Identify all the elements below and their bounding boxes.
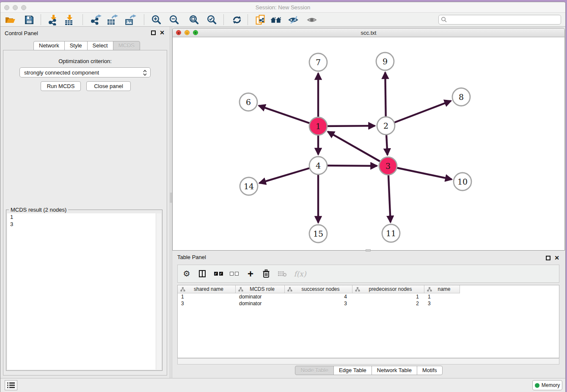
close-table-panel-icon[interactable]: ✕ [554, 256, 559, 260]
run-mcds-button[interactable]: Run MCDS [41, 81, 81, 91]
graph-node-2[interactable]: 2 [377, 117, 395, 135]
open-session-button[interactable] [4, 14, 16, 25]
close-panel-icon[interactable]: ✕ [160, 30, 165, 35]
network-window-title: scc.txt [173, 28, 564, 37]
open-folder-icon [5, 15, 16, 25]
table-cell[interactable]: 1 [352, 293, 424, 300]
dropdown-stepper-icon [143, 69, 147, 76]
table-cell[interactable]: 3 [178, 300, 236, 307]
tab-network[interactable]: Network [33, 41, 65, 50]
optimization-dropdown[interactable]: strongly connected component [19, 67, 151, 77]
network-resize-grip[interactable] [366, 249, 371, 251]
edge-3-10[interactable] [388, 166, 452, 179]
table-cell[interactable]: 3 [285, 300, 352, 307]
toolbar-separator [41, 14, 41, 25]
tab-edge-table[interactable]: Edge Table [333, 366, 372, 375]
show-panels-button[interactable] [306, 14, 318, 25]
plus-icon: + [248, 270, 253, 278]
hide-panels-button[interactable] [288, 14, 299, 25]
optimization-dropdown-value: strongly connected component [24, 69, 99, 76]
export-image-icon [125, 14, 136, 25]
edge-3-1[interactable] [328, 132, 388, 166]
svg-text:15: 15 [313, 229, 323, 238]
splitter-grip[interactable] [170, 193, 172, 203]
column-header-shared-name[interactable]: shared name [178, 285, 236, 293]
table-body: 1dominator4113dominator323 [178, 293, 559, 307]
toolbar-separator [248, 14, 248, 25]
select-all-button[interactable]: ✓✓ [212, 265, 225, 282]
column-header-successor-nodes[interactable]: successor nodes [285, 285, 352, 293]
float-table-panel-icon[interactable] [546, 256, 550, 260]
show-columns-button[interactable] [196, 265, 208, 282]
table-panel-title: Table Panel [177, 254, 206, 260]
table-cell[interactable]: 1 [178, 293, 236, 300]
graph-node-1[interactable]: 1 [309, 117, 327, 135]
zoom-selected-icon [206, 14, 217, 25]
control-panel: Control Panel ✕ NetworkStyleSelectMCDS O… [0, 27, 170, 378]
table-hscrollbar[interactable] [177, 358, 559, 364]
export-table-button[interactable] [107, 14, 118, 25]
function-builder-button[interactable]: f(x) [293, 265, 307, 282]
zoom-fit-button[interactable] [188, 14, 200, 25]
import-network-icon [48, 14, 59, 25]
tab-network-table[interactable]: Network Table [372, 366, 417, 375]
graph-node-9[interactable]: 9 [376, 52, 394, 70]
zoom-out-button[interactable] [168, 14, 180, 25]
table-cell[interactable]: 1 [424, 293, 460, 300]
refresh-view-button[interactable] [231, 14, 242, 25]
tab-style[interactable]: Style [64, 41, 88, 50]
tab-motifs[interactable]: Motifs [417, 366, 443, 375]
search-box[interactable] [438, 15, 561, 25]
delete-rows-button[interactable] [260, 265, 272, 282]
table-cell[interactable]: 3 [424, 300, 460, 307]
tab-node-table[interactable]: Node Table [295, 366, 334, 375]
network-canvas[interactable]: 1234678910111415 [173, 37, 564, 250]
memory-button[interactable]: Memory [532, 380, 562, 390]
float-panel-icon[interactable] [151, 30, 156, 35]
table-cell[interactable]: 4 [285, 293, 352, 300]
table-cell[interactable]: 2 [352, 300, 424, 307]
delete-table-button[interactable] [276, 265, 289, 282]
column-header-MCDS-role[interactable]: MCDS role [236, 285, 285, 293]
export-image-button[interactable] [125, 14, 136, 25]
deselect-all-button[interactable] [228, 265, 240, 282]
table-row[interactable]: 3dominator323 [178, 300, 559, 307]
zoom-selected-button[interactable] [206, 14, 217, 25]
graph-node-4[interactable]: 4 [309, 157, 327, 174]
home-view-button[interactable] [270, 14, 282, 25]
table-cell[interactable]: dominator [236, 300, 285, 307]
save-session-button[interactable] [23, 14, 35, 25]
result-line: 1 [7, 213, 161, 221]
graph-node-15[interactable]: 15 [309, 225, 327, 243]
export-network-button[interactable] [90, 14, 102, 25]
graph-node-6[interactable]: 6 [239, 93, 257, 111]
edge-2-8[interactable] [386, 101, 451, 126]
task-history-button[interactable] [5, 380, 17, 390]
mcds-result-list[interactable]: 13 [7, 213, 161, 370]
column-header-predecessor-nodes[interactable]: predecessor nodes [352, 285, 424, 293]
result-scrollbar[interactable] [156, 213, 161, 370]
table-settings-button[interactable]: ⚙ [181, 265, 193, 282]
table-row[interactable]: 1dominator411 [178, 293, 559, 300]
table-cell[interactable]: dominator [236, 293, 285, 300]
column-header-name[interactable]: name [424, 285, 460, 293]
graph-node-8[interactable]: 8 [452, 88, 470, 106]
tab-select[interactable]: Select [87, 41, 113, 50]
import-table-button[interactable] [63, 14, 75, 25]
tab-mcds[interactable]: MCDS [113, 41, 140, 50]
import-table-icon [64, 14, 75, 25]
duplicate-network-button[interactable] [255, 14, 266, 25]
mcds-result-box: MCDS result (2 nodes) 13 [6, 210, 162, 371]
floppy-disk-icon [24, 15, 34, 25]
graph-node-3[interactable]: 3 [379, 157, 397, 175]
eye-slash-icon [288, 15, 299, 25]
search-input[interactable] [447, 16, 561, 23]
close-panel-button[interactable]: Close panel [86, 81, 131, 91]
graph-node-7[interactable]: 7 [309, 53, 327, 71]
graph-node-11[interactable]: 11 [382, 224, 400, 242]
import-network-button[interactable] [47, 14, 59, 25]
graph-node-14[interactable]: 14 [240, 177, 258, 195]
add-row-button[interactable]: + [245, 265, 256, 282]
zoom-in-button[interactable] [151, 14, 162, 25]
graph-node-10[interactable]: 10 [454, 173, 471, 190]
